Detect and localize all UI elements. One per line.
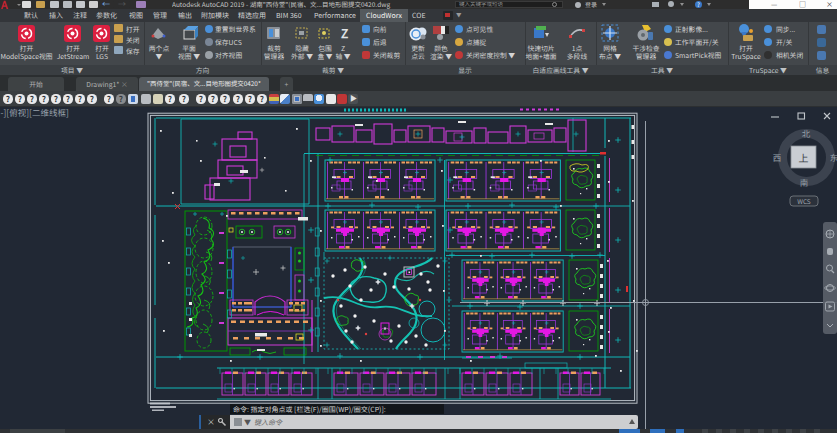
svg-text:南: 南 (800, 176, 809, 188)
svg-text:上: 上 (799, 150, 809, 165)
svg-text:-][俯视][二维线框]: -][俯视][二维线框] (1, 107, 69, 118)
svg-text:东: 东 (830, 151, 837, 163)
svg-text:西: 西 (773, 151, 782, 163)
svg-text:北: 北 (802, 127, 811, 139)
svg-text:WCS: WCS (797, 196, 811, 206)
